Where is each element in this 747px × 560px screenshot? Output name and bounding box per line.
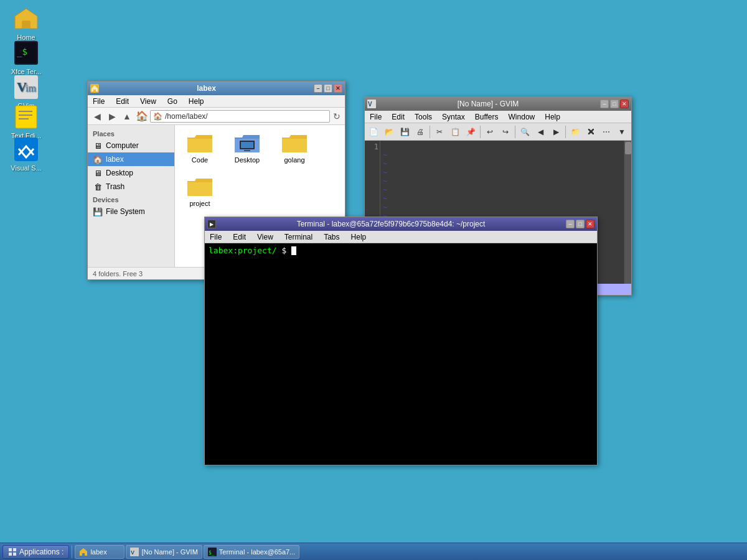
- gvim-maximize-btn[interactable]: □: [610, 100, 619, 108]
- gvim-more-btn[interactable]: ⋯: [599, 124, 614, 139]
- labex-sidebar-label: labex: [106, 155, 124, 164]
- desktop-icon-xfce-terminal[interactable]: _$ Xfce Ter...: [6, 40, 46, 76]
- gvim-print-btn[interactable]: 🖨: [413, 124, 428, 139]
- filesystem-label: File System: [106, 207, 145, 216]
- back-button[interactable]: ◀: [90, 110, 104, 123]
- reload-button[interactable]: ↻: [331, 111, 342, 122]
- gvim-dropdown-btn[interactable]: ▼: [614, 124, 629, 139]
- gvim-window-title: [No Name] - GVIM: [376, 100, 600, 108]
- home-button[interactable]: 🏠: [135, 110, 149, 123]
- desktop-icon-text-editor[interactable]: Text Edi...: [6, 105, 46, 140]
- terminal-window-controls[interactable]: – □ ✕: [566, 220, 594, 228]
- folder-code[interactable]: Code: [180, 130, 220, 166]
- gvim-new-btn[interactable]: 📄: [366, 124, 381, 139]
- terminal-titlebar-left: ▶: [207, 220, 216, 228]
- labex-close-btn[interactable]: ✕: [334, 84, 342, 93]
- code-folder-label: Code: [192, 156, 208, 164]
- vscode-label: Visual S...: [11, 164, 41, 172]
- gvim-prev-btn[interactable]: ◀: [533, 124, 548, 139]
- terminal-titlebar[interactable]: ▶ Terminal - labex@65a72fe5f979b6c975b8e…: [205, 217, 597, 231]
- gvim-open-btn[interactable]: 📂: [382, 124, 397, 139]
- labex-menubar: File Edit View Go Help: [88, 95, 345, 108]
- desktop-icon-home[interactable]: Home: [6, 6, 46, 42]
- gvim-minimize-btn[interactable]: –: [600, 100, 609, 108]
- gvim-menu-file[interactable]: File: [367, 112, 384, 122]
- gvim-menu-window[interactable]: Window: [506, 112, 538, 122]
- terminal-window-title: Terminal - labex@65a72fe5f979b6c975b8e4d…: [216, 220, 566, 228]
- terminal-maximize-btn[interactable]: □: [576, 220, 585, 228]
- gvim-window-controls[interactable]: – □ ✕: [600, 100, 629, 108]
- labex-sidebar-icon: 🏠: [93, 154, 103, 164]
- gvim-undo-btn[interactable]: ↩: [482, 124, 497, 139]
- terminal-menu-tabs[interactable]: Tabs: [321, 232, 342, 242]
- address-bar[interactable]: 🏠 /home/labex/: [150, 110, 330, 123]
- labex-menu-file[interactable]: File: [90, 96, 107, 106]
- sidebar-item-desktop[interactable]: 🖥 Desktop: [88, 166, 174, 180]
- terminal-prompt: labex:project/ $: [209, 246, 593, 255]
- svg-rect-19: [9, 553, 12, 556]
- desktop-folder-label: Desktop: [235, 156, 260, 164]
- terminal-minimize-btn[interactable]: –: [566, 220, 575, 228]
- sidebar-item-trash[interactable]: 🗑 Trash: [88, 180, 174, 194]
- labex-status-text: 4 folders. Free 3: [93, 270, 143, 278]
- project-folder-label: project: [189, 200, 210, 207]
- gvim-menu-help[interactable]: Help: [542, 112, 563, 122]
- sidebar-item-computer[interactable]: 🖥 Computer: [88, 139, 174, 152]
- gvim-paste-btn[interactable]: 📌: [463, 124, 478, 139]
- terminal-menu-file[interactable]: File: [207, 232, 224, 242]
- terminal-close-btn[interactable]: ✕: [586, 220, 594, 228]
- gvim-copy-btn[interactable]: 📋: [448, 124, 463, 139]
- svg-text:V: V: [131, 549, 134, 556]
- labex-window-controls[interactable]: – □ ✕: [314, 84, 342, 93]
- desktop-icon-vscode[interactable]: Visual S...: [6, 137, 46, 172]
- sidebar-item-labex[interactable]: 🏠 labex: [88, 152, 174, 166]
- gvim-menu-buffers[interactable]: Buffers: [472, 112, 501, 122]
- gvim-cut-btn[interactable]: ✂: [432, 124, 447, 139]
- folder-desktop[interactable]: Desktop: [227, 130, 267, 166]
- labex-menu-help[interactable]: Help: [186, 96, 207, 106]
- svg-rect-17: [9, 548, 12, 551]
- terminal-space: [277, 246, 282, 255]
- home-address-icon: 🏠: [153, 112, 162, 121]
- gvim-titlebar[interactable]: V [No Name] - GVIM – □ ✕: [365, 97, 631, 111]
- taskbar-item-terminal[interactable]: $_ Terminal - labex@65a7...: [204, 545, 299, 559]
- terminal-space2: [286, 246, 291, 255]
- gvim-open2-btn[interactable]: 📁: [568, 124, 583, 139]
- gvim-close-btn[interactable]: ✕: [620, 100, 629, 108]
- desktop-folder-icon: [235, 133, 260, 155]
- vscode-icon: [14, 137, 39, 162]
- gvim-next-btn[interactable]: ▶: [548, 124, 563, 139]
- places-section-label: Places: [88, 128, 174, 139]
- sidebar-item-filesystem[interactable]: 💾 File System: [88, 205, 174, 218]
- labex-menu-edit[interactable]: Edit: [113, 96, 131, 106]
- gvim-menu-tools[interactable]: Tools: [412, 112, 435, 122]
- gvim-scrollbar[interactable]: [624, 141, 631, 284]
- folder-golang[interactable]: golang: [275, 130, 314, 166]
- labex-menu-view[interactable]: View: [138, 96, 159, 106]
- gvim-redo-btn[interactable]: ↪: [498, 124, 513, 139]
- forward-button[interactable]: ▶: [105, 110, 119, 123]
- labex-maximize-btn[interactable]: □: [324, 84, 332, 93]
- gvim-menu-syntax[interactable]: Syntax: [439, 112, 467, 122]
- gvim-close-file-btn[interactable]: 🗙: [583, 124, 598, 139]
- terminal-menu-view[interactable]: View: [255, 232, 276, 242]
- text-editor-icon: [14, 105, 39, 129]
- taskbar-item-labex[interactable]: labex: [75, 545, 125, 559]
- gvim-find-btn[interactable]: 🔍: [517, 124, 532, 139]
- terminal-menu-edit[interactable]: Edit: [230, 232, 248, 242]
- labex-minimize-btn[interactable]: –: [314, 84, 322, 93]
- labex-menu-go[interactable]: Go: [165, 96, 180, 106]
- gvim-scroll-thumb[interactable]: [625, 142, 631, 154]
- up-button[interactable]: ▲: [120, 110, 134, 123]
- terminal-body[interactable]: labex:project/ $: [205, 243, 597, 465]
- gvim-menu-edit[interactable]: Edit: [389, 112, 407, 122]
- svg-text:$_: $_: [209, 550, 215, 556]
- svg-text:V: V: [368, 101, 372, 108]
- terminal-menu-terminal[interactable]: Terminal: [282, 232, 315, 242]
- terminal-menu-help[interactable]: Help: [349, 232, 369, 242]
- taskbar-item-gvim[interactable]: V [No Name] - GVIM: [126, 545, 202, 559]
- folder-project[interactable]: project: [180, 174, 220, 210]
- labex-titlebar[interactable]: labex – □ ✕: [88, 82, 345, 95]
- applications-button[interactable]: Applications :: [2, 545, 69, 559]
- gvim-save-btn[interactable]: 💾: [397, 124, 412, 139]
